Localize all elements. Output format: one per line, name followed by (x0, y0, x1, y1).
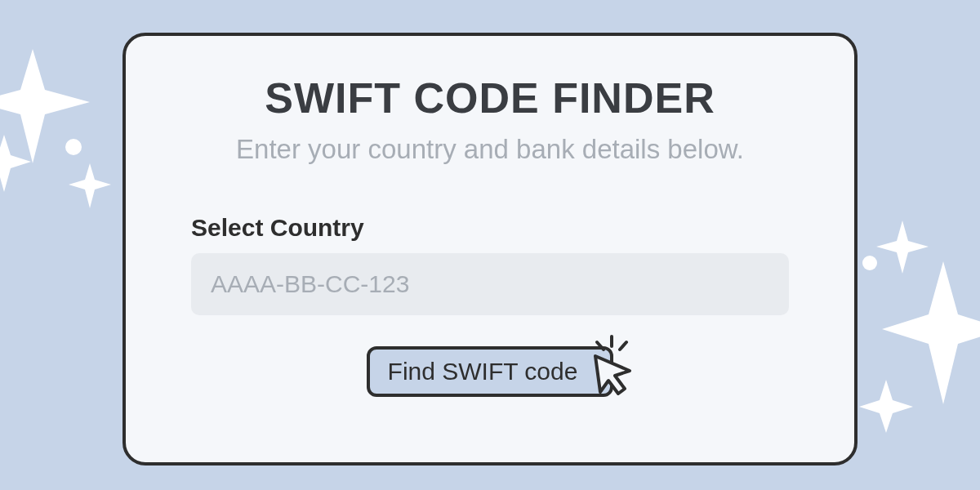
card-subtitle: Enter your country and bank details belo… (175, 134, 805, 165)
svg-point-1 (862, 256, 877, 270)
sparkle-decoration-right (858, 220, 980, 433)
country-field-label: Select Country (191, 214, 789, 242)
swift-code-input[interactable] (191, 253, 789, 315)
sparkle-decoration-left (0, 49, 122, 229)
swift-finder-card: SWIFT CODE FINDER Enter your country and… (122, 33, 858, 466)
svg-line-4 (620, 342, 626, 350)
svg-point-0 (65, 139, 82, 155)
card-title: SWIFT CODE FINDER (175, 74, 805, 122)
find-swift-button[interactable]: Find SWIFT code (367, 346, 614, 397)
country-field-group: Select Country (175, 214, 805, 315)
